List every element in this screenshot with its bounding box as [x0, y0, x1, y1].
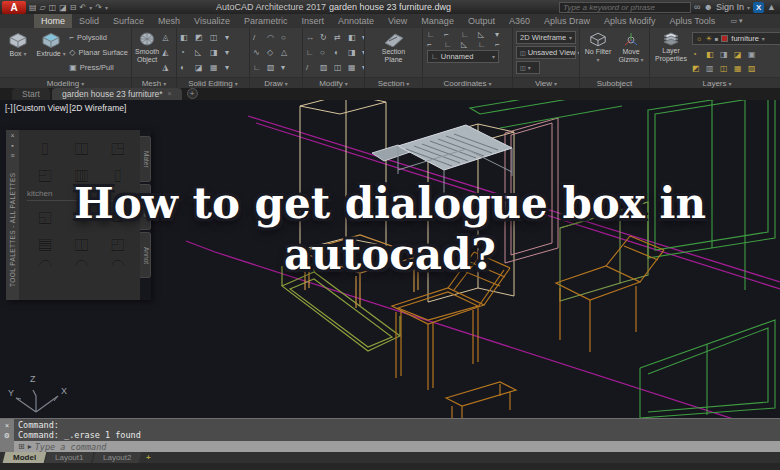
draw-tool-icon[interactable]: /: [253, 33, 265, 42]
customize-icon[interactable]: ⊞: [18, 442, 25, 451]
draw-tool-icon[interactable]: ∟: [253, 63, 265, 72]
layer-tool-icon[interactable]: ▨: [748, 64, 760, 73]
ucs-tool-icon[interactable]: ∟: [461, 30, 476, 39]
layer-properties-button[interactable]: Layer Properties: [653, 30, 689, 75]
panel-label-section[interactable]: Section▾: [365, 77, 422, 88]
mesh-tool-icon[interactable]: ◬: [162, 33, 174, 42]
command-input[interactable]: [35, 442, 776, 452]
draw-tool-icon[interactable]: ∿: [253, 48, 265, 57]
tab-a360[interactable]: A360: [502, 14, 537, 28]
layer-select-combo[interactable]: ☼ ☀ ■ furniture ▾: [692, 32, 780, 45]
solid-tool-icon[interactable]: ◺: [195, 48, 208, 57]
ucs-tool-caret-icon[interactable]: ▾: [495, 30, 510, 39]
tab-aplus-draw[interactable]: Aplus Draw: [537, 14, 597, 28]
planar-surface-button[interactable]: ◇Planar Surface: [69, 48, 128, 57]
modify-tool-caret-icon[interactable]: ▾: [362, 48, 364, 57]
draw-tool-icon[interactable]: ◇: [267, 48, 279, 57]
ucs-tool-icon[interactable]: ⌐: [444, 30, 459, 39]
modify-tool-icon[interactable]: /: [306, 63, 318, 72]
cabinet-icon[interactable]: ◫: [74, 140, 89, 156]
layer-tool-icon[interactable]: ◔: [692, 50, 704, 59]
ucs-tool-icon[interactable]: ⌐: [427, 40, 442, 49]
viewport-config-combo[interactable]: ◫ ▾: [516, 61, 540, 74]
layout-tab-layout2[interactable]: Layout2: [92, 452, 141, 463]
close-icon[interactable]: ×: [10, 132, 14, 139]
panel-label-modify[interactable]: Modify▾: [303, 77, 364, 88]
solid-tool-icon[interactable]: ◫: [210, 33, 223, 42]
layer-tool-icon[interactable]: ▣: [748, 50, 760, 59]
file-tab-start[interactable]: Start: [12, 88, 50, 100]
modify-tool-icon[interactable]: ⇄: [334, 33, 346, 42]
panel-label-modeling[interactable]: Modeling▾: [0, 77, 131, 88]
visual-style-combo[interactable]: 2D Wireframe▾: [516, 31, 576, 44]
panel-label-solid-editing[interactable]: Solid Editing▾: [177, 77, 249, 88]
plot-icon[interactable]: ⊟: [70, 3, 77, 12]
help-search-input[interactable]: [559, 2, 691, 13]
solid-tool-icon[interactable]: ◪: [195, 63, 208, 72]
tab-insert[interactable]: Insert: [294, 14, 331, 28]
solid-tool-icon[interactable]: ▦: [210, 63, 223, 72]
viewport-view-control[interactable]: [Custom View]: [14, 103, 69, 113]
tab-solid[interactable]: Solid: [72, 14, 106, 28]
modify-tool-icon[interactable]: ↻: [320, 33, 332, 42]
layer-tool-icon[interactable]: ▦: [734, 64, 746, 73]
tab-aplus-tools[interactable]: Aplus Tools: [663, 14, 723, 28]
modify-tool-icon[interactable]: ∟: [306, 48, 318, 57]
qat-caret-icon[interactable]: ▾: [105, 4, 108, 11]
tab-mesh[interactable]: Mesh: [151, 14, 187, 28]
ucs-tool-icon[interactable]: ◺: [461, 40, 476, 49]
viewport-visual-style-control[interactable]: [2D Wireframe]: [69, 103, 126, 113]
open-icon[interactable]: ▱: [40, 3, 46, 12]
ucs-tool-icon[interactable]: ∟: [478, 40, 493, 49]
panel-label-mesh[interactable]: Mesh▾: [132, 77, 176, 88]
app-menu-button[interactable]: A: [2, 1, 26, 14]
ucs-tool-icon[interactable]: ∟: [427, 30, 442, 39]
viewport-minimize-control[interactable]: [-]: [5, 103, 13, 113]
modify-tool-icon[interactable]: ▦: [348, 63, 360, 72]
tab-parametric[interactable]: Parametric: [237, 14, 295, 28]
ucs-tool-icon[interactable]: ⌐: [495, 40, 510, 49]
panel-label-draw[interactable]: Draw▾: [250, 77, 302, 88]
tab-output[interactable]: Output: [461, 14, 502, 28]
redo-icon[interactable]: ↷: [95, 3, 102, 12]
press-pull-button[interactable]: ▣Press/Pull: [69, 63, 128, 72]
tab-annotate[interactable]: Annotate: [331, 14, 381, 28]
sign-in-caret-icon[interactable]: ▾: [747, 4, 750, 11]
move-gizmo-button[interactable]: Move Gizmo ▾: [616, 30, 646, 75]
section-plane-button[interactable]: Section Plane: [374, 30, 414, 75]
solid-tool-caret-icon[interactable]: ▾: [225, 63, 238, 72]
palette-tab-materials[interactable]: Mater: [140, 136, 151, 182]
ucs-tool-icon[interactable]: ◺: [478, 30, 493, 39]
layer-tool-icon[interactable]: ◧: [706, 50, 718, 59]
exchange-apps-icon[interactable]: X: [753, 2, 764, 13]
solid-tool-icon[interactable]: ◨: [210, 48, 223, 57]
tab-visualize[interactable]: Visualize: [187, 14, 237, 28]
modify-tool-icon[interactable]: ◐: [334, 48, 346, 57]
new-icon[interactable]: ▤: [29, 3, 37, 12]
smooth-object-button[interactable]: Smooth Object: [135, 30, 159, 75]
tab-manage[interactable]: Manage: [414, 14, 461, 28]
mesh-tool-icon[interactable]: ◭: [162, 48, 174, 57]
no-filter-button[interactable]: No Filter ▾: [583, 30, 613, 75]
panel-label-view[interactable]: View▾: [513, 77, 579, 88]
ucs-tool-icon[interactable]: ∟: [444, 40, 459, 49]
modify-tool-icon[interactable]: ◫: [334, 63, 346, 72]
panel-label-coordinates[interactable]: Coordinates▾: [423, 77, 512, 88]
cabinet-icon[interactable]: ▯: [41, 140, 50, 156]
mesh-tool-icon[interactable]: ◮: [162, 63, 174, 72]
file-tab-document[interactable]: garden house 23 furniture* ×: [52, 88, 182, 100]
tab-aplus-modify[interactable]: Aplus Modify: [597, 14, 663, 28]
close-icon[interactable]: ×: [5, 422, 9, 429]
draw-tool-icon[interactable]: △: [281, 48, 293, 57]
draw-tool-icon[interactable]: ○: [281, 33, 293, 42]
solid-tool-caret-icon[interactable]: ▾: [225, 33, 238, 42]
layer-tool-icon[interactable]: ◩: [692, 64, 704, 73]
layer-tool-icon[interactable]: ◨: [720, 50, 732, 59]
add-layout-button[interactable]: +: [141, 452, 156, 463]
modify-tool-icon[interactable]: ▨: [320, 63, 332, 72]
draw-tool-icon[interactable]: ▧: [267, 63, 279, 72]
auto-hide-icon[interactable]: ▪: [11, 142, 13, 149]
drawing-viewport[interactable]: [-] [Custom View] [2D Wireframe] × ▪ ≡ T…: [0, 100, 780, 418]
close-icon[interactable]: ×: [168, 88, 172, 100]
extrude-tool-button[interactable]: Extrude ▾: [36, 30, 66, 75]
